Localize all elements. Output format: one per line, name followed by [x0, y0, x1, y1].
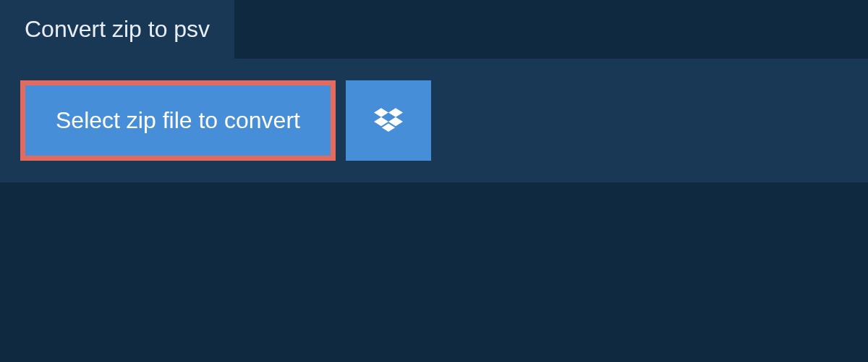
select-file-button[interactable]: Select zip file to convert [25, 85, 331, 156]
tab-convert[interactable]: Convert zip to psv [0, 0, 234, 59]
conversion-panel: Select zip file to convert [0, 59, 868, 182]
dropbox-button[interactable] [346, 80, 431, 161]
button-row: Select zip file to convert [20, 80, 846, 161]
select-file-label: Select zip file to convert [56, 107, 300, 133]
dropbox-icon [374, 105, 403, 136]
select-file-highlight: Select zip file to convert [20, 80, 336, 161]
tab-label: Convert zip to psv [25, 16, 210, 42]
